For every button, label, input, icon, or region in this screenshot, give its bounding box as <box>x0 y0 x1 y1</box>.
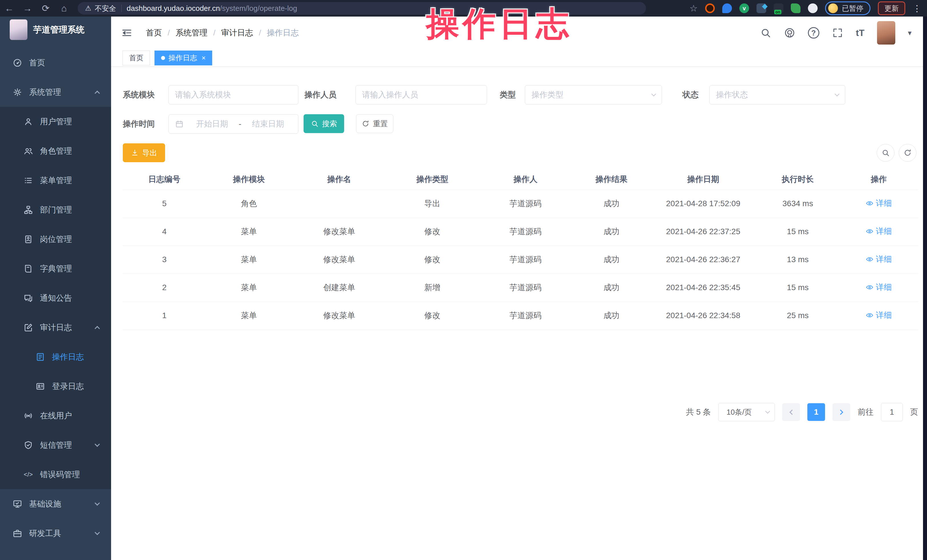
sidebar-item-label: 岗位管理 <box>40 234 72 245</box>
col-result: 操作结果 <box>573 169 650 190</box>
github-icon[interactable] <box>784 27 795 39</box>
breadcrumb-system[interactable]: 系统管理 <box>176 27 208 38</box>
sidebar-item-infrastructure[interactable]: 基础设施 <box>0 489 111 519</box>
browser-home-icon[interactable]: ⌂ <box>55 3 73 14</box>
operator-input[interactable] <box>356 85 487 105</box>
browser-profile-chip[interactable]: 已暂停 <box>825 2 871 15</box>
tag-label: 首页 <box>129 53 143 62</box>
page-size-select[interactable]: 10条/页 <box>718 403 775 421</box>
extension-dark-icon[interactable]: on <box>774 3 783 13</box>
date-range-picker[interactable]: 开始日期 - 结束日期 <box>169 114 298 134</box>
extension-blue-icon[interactable] <box>757 3 766 13</box>
tag-home[interactable]: 首页 <box>123 50 150 65</box>
extension-orange-icon[interactable] <box>705 3 715 13</box>
goto-page-input[interactable] <box>881 403 903 421</box>
refresh-table-button[interactable] <box>899 144 916 162</box>
extension-puzzle-icon[interactable] <box>808 3 818 13</box>
sidebar-item-label: 短信管理 <box>40 440 72 451</box>
search-button[interactable]: 搜索 <box>304 114 344 133</box>
extension-pin-icon[interactable] <box>722 3 732 13</box>
type-select[interactable]: 操作类型 <box>525 85 662 105</box>
sidebar-item-login-log[interactable]: 登录日志 <box>0 372 111 401</box>
prev-page-button[interactable] <box>782 403 800 421</box>
sidebar-item-online-users[interactable]: 在线用户 <box>0 401 111 430</box>
cell-duration: 13 ms <box>756 246 839 273</box>
operator-input-field[interactable] <box>362 90 480 99</box>
next-page-button[interactable] <box>833 403 850 421</box>
breadcrumb-home[interactable]: 首页 <box>146 27 162 38</box>
gear-icon <box>12 87 22 97</box>
close-icon[interactable]: × <box>202 54 206 62</box>
cell-date: 2021-04-26 22:37:25 <box>650 218 756 246</box>
browser-forward-icon[interactable]: → <box>18 3 36 14</box>
browser-reload-icon[interactable]: ⟳ <box>36 3 55 14</box>
reset-button[interactable]: 重置 <box>356 114 393 133</box>
current-page-button[interactable]: 1 <box>807 403 825 421</box>
detail-link[interactable]: 详细 <box>866 226 892 237</box>
sidebar-item-department-management[interactable]: 部门管理 <box>0 195 111 225</box>
sidebar-collapse-icon[interactable] <box>121 27 133 39</box>
url-host: dashboard.yudao.iocoder.cn <box>127 4 220 13</box>
cell-date: 2021-04-26 22:34:58 <box>650 302 756 329</box>
font-size-icon[interactable]: tT <box>856 28 865 38</box>
header-actions: ? tT ▾ <box>760 21 923 44</box>
docs-question-icon[interactable]: ? <box>808 27 819 39</box>
module-input[interactable] <box>169 85 298 105</box>
address-bar[interactable]: ⚠ 不安全 dashboard.yudao.iocoder.cn /system… <box>78 2 646 15</box>
browser-update-button[interactable]: 更新 <box>878 2 905 15</box>
export-button[interactable]: 导出 <box>123 143 165 162</box>
sidebar-item-error-code-management[interactable]: </> 错误码管理 <box>0 460 111 489</box>
detail-link[interactable]: 详细 <box>866 282 892 293</box>
sidebar-item-label: 角色管理 <box>40 146 72 156</box>
breadcrumb-audit-log[interactable]: 审计日志 <box>221 27 253 38</box>
search-icon[interactable] <box>760 27 771 39</box>
sidebar-item-dict-management[interactable]: 字典管理 <box>0 254 111 283</box>
sidebar-item-post-management[interactable]: 岗位管理 <box>0 225 111 254</box>
profile-status-label: 已暂停 <box>842 4 863 13</box>
not-secure-label: 不安全 <box>95 4 116 13</box>
extension-leaf-icon[interactable] <box>791 3 801 13</box>
chevron-down-icon <box>94 500 100 505</box>
detail-link[interactable]: 详细 <box>866 310 892 321</box>
cell-operator: 芋道源码 <box>478 246 573 273</box>
sidebar-item-operate-log[interactable]: 操作日志 <box>0 342 111 372</box>
sidebar-item-home[interactable]: 首页 <box>0 48 111 77</box>
extension-green-icon[interactable]: v <box>739 3 749 13</box>
sidebar-item-menu-management[interactable]: 菜单管理 <box>0 165 111 195</box>
fullscreen-icon[interactable] <box>832 27 843 39</box>
browser-right-cluster: ☆ v on 已暂停 更新 ⋮ <box>689 2 927 15</box>
app-logo-row[interactable]: 芋道管理系统 <box>0 17 111 43</box>
browser-back-icon[interactable]: ← <box>0 3 18 14</box>
sidebar-item-notice[interactable]: 通知公告 <box>0 283 111 313</box>
cell-result: 成功 <box>573 246 650 273</box>
avatar-caret-icon[interactable]: ▾ <box>908 29 912 37</box>
sidebar-item-role-management[interactable]: 角色管理 <box>0 136 111 165</box>
sidebar-item-sms-management[interactable]: 短信管理 <box>0 430 111 460</box>
time-label: 操作时间 <box>123 114 155 134</box>
toggle-search-button[interactable] <box>877 144 894 162</box>
eye-icon <box>866 255 874 263</box>
user-avatar[interactable] <box>877 21 895 44</box>
tag-operate-log[interactable]: 操作日志 × <box>155 50 212 65</box>
breadcrumb-separator: / <box>168 28 170 37</box>
start-date-placeholder: 开始日期 <box>188 118 236 129</box>
col-date: 操作日期 <box>650 169 756 190</box>
sidebar-menu: 首页 系统管理 用户管理 角色管理 菜单管理 部门管理 <box>0 43 111 548</box>
cell-module: 菜单 <box>206 273 292 302</box>
module-input-field[interactable] <box>175 90 292 99</box>
sidebar-item-system-management[interactable]: 系统管理 <box>0 77 111 107</box>
sidebar-item-dev-tools[interactable]: 研发工具 <box>0 519 111 548</box>
browser-menu-icon[interactable]: ⋮ <box>913 3 922 14</box>
chevron-down-icon <box>765 409 770 414</box>
status-select[interactable]: 操作状态 <box>710 85 845 105</box>
detail-link[interactable]: 详细 <box>866 198 892 209</box>
bookmark-star-icon[interactable]: ☆ <box>689 3 698 14</box>
code-icon: </> <box>23 470 33 480</box>
sidebar-item-audit-log[interactable]: 审计日志 <box>0 313 111 342</box>
col-log-id: 日志编号 <box>123 169 206 190</box>
sidebar-item-user-management[interactable]: 用户管理 <box>0 107 111 136</box>
detail-label: 详细 <box>876 310 892 321</box>
module-label: 系统模块 <box>123 85 155 105</box>
table-row: 1 菜单 修改菜单 修改 芋道源码 成功 2021-04-26 22:34:58… <box>123 302 918 329</box>
detail-link[interactable]: 详细 <box>866 254 892 265</box>
